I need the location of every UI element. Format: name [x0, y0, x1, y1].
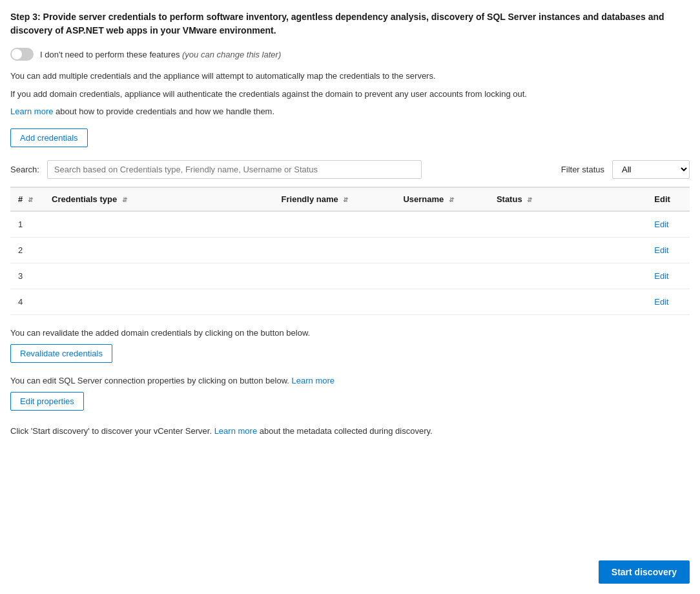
row-1-friendly-name — [274, 211, 396, 238]
row-2-cred-type — [44, 237, 274, 263]
discovery-section: Click 'Start discovery' to discover your… — [10, 426, 690, 436]
row-4-username — [395, 289, 488, 314]
add-credentials-container: Add credentials — [10, 128, 690, 147]
learn-more-link[interactable]: Learn more — [10, 107, 53, 116]
row-2-num: 2 — [10, 237, 44, 263]
step-title: Step 3: Provide server credentials to pe… — [10, 10, 690, 37]
col-header-edit: Edit — [646, 187, 690, 211]
revalidate-text: You can revalidate the added domain cred… — [10, 328, 690, 338]
sort-icon-friendly: ⇵ — [343, 196, 348, 203]
row-3-status — [489, 263, 646, 289]
row-2-status — [489, 237, 646, 263]
credentials-table: # ⇵ Credentials type ⇵ Friendly name ⇵ U… — [10, 187, 690, 315]
row-1-edit-link[interactable]: Edit — [654, 220, 668, 229]
col-header-friendly-name: Friendly name ⇵ — [274, 187, 396, 211]
row-2-username — [395, 237, 488, 263]
footer-button-row: Start discovery — [599, 560, 690, 584]
sort-icon-username: ⇵ — [449, 196, 454, 203]
row-4-friendly-name — [274, 289, 396, 314]
edit-props-learn-more-link[interactable]: Learn more — [292, 376, 335, 385]
revalidate-section: You can revalidate the added domain cred… — [10, 328, 690, 363]
row-3-cred-type — [44, 263, 274, 289]
start-discovery-button[interactable]: Start discovery — [599, 560, 690, 584]
row-1-cred-type — [44, 211, 274, 238]
search-filter-row: Search: Filter status All Valid Invalid … — [10, 160, 690, 179]
search-label: Search: — [10, 165, 39, 174]
add-credentials-button[interactable]: Add credentials — [10, 128, 88, 147]
info-line-2: If you add domain credentials, appliance… — [10, 88, 690, 101]
discovery-text: Click 'Start discovery' to discover your… — [10, 426, 690, 436]
row-3-username — [395, 263, 488, 289]
col-header-username: Username ⇵ — [395, 187, 488, 211]
table-header-row: # ⇵ Credentials type ⇵ Friendly name ⇵ U… — [10, 187, 690, 211]
row-1-num: 1 — [10, 211, 44, 238]
table-row: 2 Edit — [10, 237, 690, 263]
row-4-status — [489, 289, 646, 314]
info-line-1: You can add multiple credentials and the… — [10, 70, 690, 83]
toggle-switch[interactable] — [10, 48, 34, 61]
col-header-status: Status ⇵ — [489, 187, 646, 211]
edit-properties-section: You can edit SQL Server connection prope… — [10, 376, 690, 411]
col-header-cred-type: Credentials type ⇵ — [44, 187, 274, 211]
search-input[interactable] — [47, 160, 422, 179]
toggle-label: I don't need to perform these features (… — [40, 50, 281, 59]
sort-icon-num: ⇵ — [28, 196, 33, 203]
row-4-edit-link[interactable]: Edit — [654, 297, 668, 307]
table-row: 4 Edit — [10, 289, 690, 314]
row-2-edit-link[interactable]: Edit — [654, 245, 668, 255]
sort-icon-cred: ⇵ — [122, 196, 127, 203]
sort-icon-status: ⇵ — [527, 196, 532, 203]
toggle-row: I don't need to perform these features (… — [10, 48, 690, 61]
discovery-learn-more-link[interactable]: Learn more — [214, 426, 257, 436]
col-header-num: # ⇵ — [10, 187, 44, 211]
table-row: 1 Edit — [10, 211, 690, 238]
row-3-num: 3 — [10, 263, 44, 289]
edit-properties-button[interactable]: Edit properties — [10, 392, 84, 411]
row-4-num: 4 — [10, 289, 44, 314]
row-3-friendly-name — [274, 263, 396, 289]
table-row: 3 Edit — [10, 263, 690, 289]
filter-status-select[interactable]: All Valid Invalid Not verified — [612, 160, 690, 179]
row-3-edit-link[interactable]: Edit — [654, 271, 668, 281]
learn-more-row: Learn more about how to provide credenti… — [10, 105, 690, 118]
revalidate-credentials-button[interactable]: Revalidate credentials — [10, 344, 112, 363]
row-1-username — [395, 211, 488, 238]
row-4-cred-type — [44, 289, 274, 314]
learn-more-suffix: about how to provide credentials and how… — [56, 107, 274, 116]
edit-props-text: You can edit SQL Server connection prope… — [10, 376, 690, 385]
row-1-status — [489, 211, 646, 238]
filter-status-label: Filter status — [561, 165, 604, 174]
row-2-friendly-name — [274, 237, 396, 263]
